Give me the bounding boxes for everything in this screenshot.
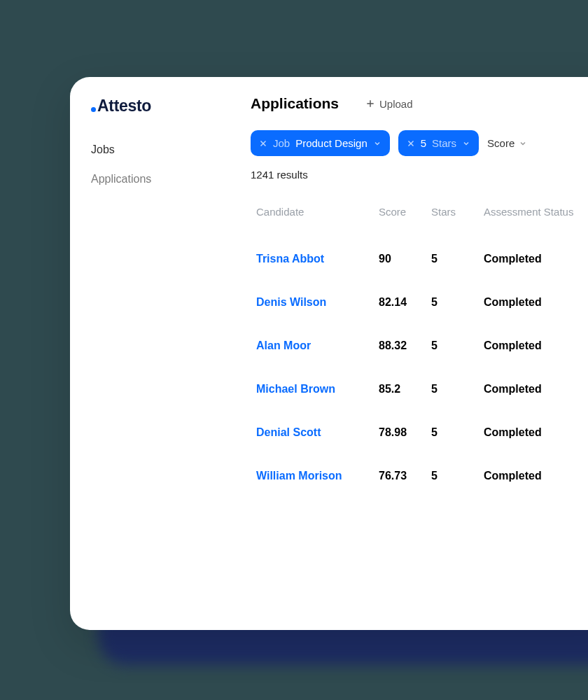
close-icon[interactable] [259,139,267,148]
chevron-down-icon[interactable] [462,139,470,148]
chevron-down-icon [519,139,527,148]
chip-value: Product Design [295,137,368,149]
cell-stars: 5 [431,470,484,482]
cell-score: 90 [379,253,431,265]
candidate-link[interactable]: Denial Scott [256,426,379,439]
sidebar-item-applications[interactable]: Applications [91,164,244,194]
cell-stars: 5 [431,426,484,439]
cell-score: 85.2 [379,383,431,396]
candidate-link[interactable]: Denis Wilson [256,296,379,309]
candidate-link[interactable]: Michael Brown [256,383,379,396]
candidate-link[interactable]: William Morison [256,470,379,482]
cell-score: 88.32 [379,340,431,352]
cell-status: Completed [484,383,588,396]
cell-status: Completed [484,426,588,439]
main-content: Applications Upload Job Product Design 5… [244,77,588,630]
candidate-link[interactable]: Trisna Abbot [256,253,379,265]
col-score: Score [379,206,431,218]
table-row: William Morison 76.73 5 Completed [251,454,588,498]
cell-stars: 5 [431,340,484,352]
sort-button-score[interactable]: Score [487,137,527,149]
chevron-down-icon[interactable] [373,139,382,148]
cell-status: Completed [484,340,588,352]
table-row: Michael Brown 85.2 5 Completed [251,368,588,411]
sidebar: Attesto Jobs Applications [70,77,244,630]
main-header: Applications Upload [251,95,588,112]
col-stars: Stars [431,206,484,218]
brand-logo: Attesto [91,97,244,115]
sidebar-item-label: Applications [91,173,151,185]
cell-score: 78.98 [379,426,431,439]
sort-label: Score [487,137,514,149]
brand-name: Attesto [97,97,151,115]
col-candidate: Candidate [256,206,379,218]
cell-stars: 5 [431,253,484,265]
close-icon[interactable] [407,139,415,148]
page-title: Applications [251,95,339,112]
results-count: 1241 results [251,169,588,181]
col-status: Assessment Status [484,206,588,218]
candidate-link[interactable]: Alan Moor [256,340,379,352]
sidebar-item-label: Jobs [91,144,115,155]
filter-row: Job Product Design 5 Stars Score [251,130,588,156]
table-row: Trisna Abbot 90 5 Completed [251,237,588,281]
table-row: Denial Scott 78.98 5 Completed [251,411,588,454]
cell-stars: 5 [431,383,484,396]
app-window: Attesto Jobs Applications Applications U… [70,77,588,630]
upload-label: Upload [379,98,413,110]
chip-label: Stars [432,137,456,149]
cell-status: Completed [484,470,588,482]
cell-score: 76.73 [379,470,431,482]
chip-label: Job [273,137,290,149]
cell-status: Completed [484,296,588,309]
chip-value: 5 [421,137,426,149]
table-header: Candidate Score Stars Assessment Status [251,206,588,237]
upload-button[interactable]: Upload [365,98,413,110]
cell-stars: 5 [431,296,484,309]
table-row: Denis Wilson 82.14 5 Completed [251,281,588,324]
cell-score: 82.14 [379,296,431,309]
filter-chip-job[interactable]: Job Product Design [251,130,390,156]
sidebar-item-jobs[interactable]: Jobs [91,135,244,164]
table-row: Alan Moor 88.32 5 Completed [251,324,588,368]
filter-chip-stars[interactable]: 5 Stars [398,130,479,156]
cell-status: Completed [484,253,588,265]
applications-table: Candidate Score Stars Assessment Status … [251,206,588,498]
plus-icon [365,99,375,108]
logo-dot-icon [91,107,96,112]
